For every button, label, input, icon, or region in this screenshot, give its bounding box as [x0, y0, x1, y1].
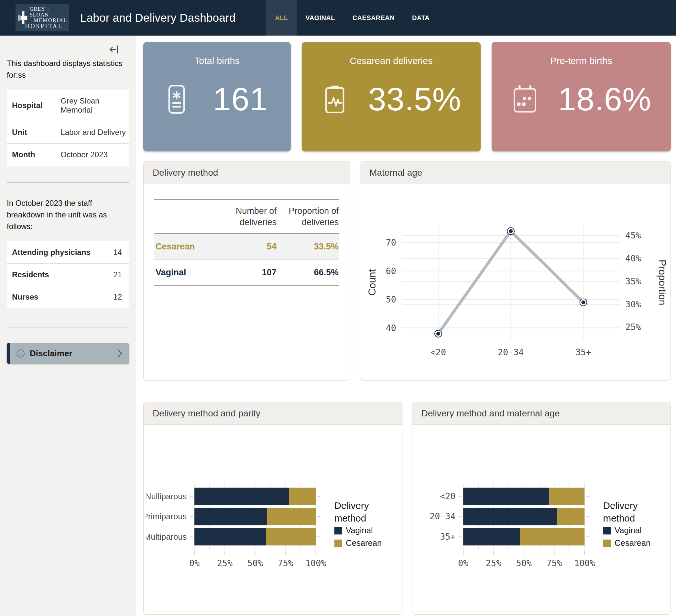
tab-vaginal[interactable]: VAGINAL — [297, 0, 343, 36]
card-title: Maternal age — [360, 161, 671, 184]
svg-text:50%: 50% — [247, 558, 263, 568]
staff-table: Attending physicians 14 Residents 21 Nur… — [7, 241, 129, 308]
calendar-week-icon — [492, 83, 558, 115]
svg-text:Count: Count — [366, 269, 377, 295]
sidebar-divider — [7, 182, 129, 183]
value-box-title: Pre-term births — [492, 42, 671, 66]
info-value: Grey Sloan Memorial — [60, 90, 129, 121]
staff-intro: In October 2023 the staff breakdown in t… — [7, 198, 129, 232]
svg-text:<20: <20 — [430, 347, 446, 357]
table-row: Month October 2023 — [7, 144, 129, 166]
svg-text:Vaginal: Vaginal — [615, 525, 642, 535]
column-header: Number of deliveries — [221, 199, 277, 234]
svg-text:i: i — [20, 351, 21, 356]
maternal-age-chart: 4050607025%30%35%40%45%<2020-3435+CountP… — [360, 218, 671, 369]
svg-text:0%: 0% — [458, 558, 468, 568]
logo-text: GREY + SLOAN MEMORIAL HOSPITAL — [30, 6, 67, 30]
cell-count: 54 — [221, 234, 277, 260]
value-box-row: Total births 161 — [143, 42, 671, 152]
svg-text:Vaginal: Vaginal — [346, 525, 373, 535]
brand: GREY + SLOAN MEMORIAL HOSPITAL Labor and… — [0, 0, 235, 36]
staff-label: Residents — [7, 264, 100, 286]
staff-value: 12 — [100, 286, 129, 308]
staff-value: 14 — [100, 241, 129, 264]
sidebar-collapse-icon[interactable] — [109, 44, 120, 55]
delivery-parity-card: Delivery method and parity NulliparousPr… — [143, 402, 402, 615]
card-title: Delivery method and maternal age — [412, 402, 671, 425]
value-box-value: 161 — [210, 80, 291, 118]
info-label: Month — [7, 144, 60, 166]
delivery-method-card: Delivery method Number of deliveries Pro… — [143, 161, 350, 381]
row-label: Cesarean — [154, 234, 221, 260]
svg-text:100%: 100% — [574, 558, 595, 568]
unit-info-table: Hospital Grey Sloan Memorial Unit Labor … — [7, 90, 129, 166]
svg-text:25%: 25% — [217, 558, 233, 568]
info-label: Hospital — [7, 90, 60, 121]
svg-text:35+: 35+ — [440, 531, 455, 542]
disclaimer-button[interactable]: i Disclaimer — [7, 343, 129, 363]
value-box-total-births: Total births 161 — [143, 42, 291, 152]
svg-text:50%: 50% — [516, 558, 531, 568]
delivery-method-table: Number of deliveries Proportion of deliv… — [154, 199, 339, 286]
staff-label: Attending physicians — [7, 241, 100, 264]
cell-proportion: 33.5% — [277, 234, 339, 260]
svg-text:75%: 75% — [546, 558, 562, 568]
svg-text:60: 60 — [386, 266, 396, 276]
info-label: Unit — [7, 121, 60, 144]
tab-caesarean[interactable]: CAESAREAN — [344, 0, 403, 36]
svg-text:Proportion: Proportion — [657, 260, 666, 305]
column-header: Proportion of deliveries — [277, 199, 339, 234]
svg-text:45%: 45% — [625, 230, 641, 240]
info-icon: i — [16, 349, 25, 358]
value-box-cesarean: Cesarean deliveries 33.5% — [302, 42, 481, 152]
info-value: Labor and Delivery — [60, 121, 129, 144]
page-title: Labor and Delivery Dashboard — [80, 11, 235, 24]
value-box-title: Total births — [143, 42, 291, 66]
svg-text:70: 70 — [386, 237, 396, 247]
svg-text:50: 50 — [386, 294, 396, 304]
value-box-value: 18.6% — [558, 80, 671, 118]
chevron-right-icon — [117, 349, 123, 358]
info-value: October 2023 — [60, 144, 129, 166]
cell-count: 107 — [221, 260, 277, 286]
svg-text:100%: 100% — [305, 558, 326, 568]
svg-text:40%: 40% — [625, 253, 641, 263]
file-medical-icon — [143, 83, 210, 115]
sidebar-divider — [7, 327, 129, 327]
svg-text:20-34: 20-34 — [498, 347, 523, 357]
svg-text:Primiparous: Primiparous — [147, 512, 187, 521]
row-label: Vaginal — [154, 260, 221, 286]
logo-line1: GREY + SLOAN — [30, 6, 67, 17]
logo-line3: HOSPITAL — [25, 23, 67, 30]
svg-text:40: 40 — [386, 323, 396, 333]
value-box-title: Cesarean deliveries — [302, 42, 481, 66]
sidebar-intro: This dashboard displays statistics for:s… — [7, 58, 129, 81]
tab-all[interactable]: ALL — [266, 0, 297, 36]
staff-value: 21 — [100, 264, 129, 286]
svg-text:25%: 25% — [486, 558, 501, 568]
tab-data[interactable]: DATA — [403, 0, 438, 36]
svg-text:35+: 35+ — [575, 347, 591, 357]
svg-text:Delivery: Delivery — [603, 500, 637, 510]
cell-proportion: 66.5% — [277, 260, 339, 286]
value-box-value: 33.5% — [368, 80, 481, 118]
svg-text:30%: 30% — [625, 299, 641, 309]
svg-text:75%: 75% — [278, 558, 293, 568]
svg-text:Delivery: Delivery — [334, 500, 369, 510]
svg-text:method: method — [603, 513, 635, 523]
card-title: Delivery method — [144, 161, 350, 184]
table-row: Nurses 12 — [7, 286, 129, 308]
svg-text:Cesarean: Cesarean — [615, 538, 651, 547]
svg-text:35%: 35% — [625, 276, 641, 286]
svg-text:25%: 25% — [625, 322, 641, 332]
navbar: GREY + SLOAN MEMORIAL HOSPITAL Labor and… — [0, 0, 676, 36]
delivery-maternal-age-chart: <2020-3435+0%25%50%75%100%Deliverymethod… — [412, 427, 671, 612]
table-row: Unit Labor and Delivery — [7, 121, 129, 144]
svg-text:method: method — [334, 513, 367, 523]
nav-tabs: ALL VAGINAL CAESAREAN DATA — [266, 0, 438, 36]
svg-text:Nulliparous: Nulliparous — [147, 492, 187, 501]
logo-line2: MEMORIAL — [33, 17, 67, 23]
delivery-maternal-age-card: Delivery method and maternal age <2020-3… — [412, 402, 671, 615]
svg-text:Cesarean: Cesarean — [346, 538, 382, 547]
value-box-preterm: Pre-term births — [492, 42, 671, 152]
